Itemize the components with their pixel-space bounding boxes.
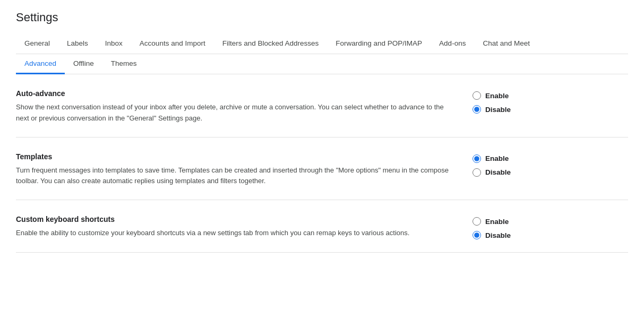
templates-title: Templates (16, 152, 451, 161)
tab-labels[interactable]: Labels (58, 34, 97, 54)
auto-advance-enable-option[interactable]: Enable (473, 91, 515, 100)
auto-advance-disable-label: Disable (485, 106, 511, 114)
templates-controls: Enable Disable (451, 152, 515, 177)
sub-tab-themes[interactable]: Themes (102, 54, 145, 74)
shortcuts-controls: Enable Disable (451, 215, 515, 239)
shortcuts-content: Custom keyboard shortcuts Enable the abi… (16, 215, 451, 239)
auto-advance-disable-radio[interactable] (473, 105, 481, 114)
auto-advance-title: Auto-advance (16, 89, 451, 98)
nav-tabs: General Labels Inbox Accounts and Import… (16, 34, 628, 54)
auto-advance-disable-option[interactable]: Disable (473, 105, 515, 114)
tab-accounts-import[interactable]: Accounts and Import (131, 34, 214, 54)
tab-forwarding[interactable]: Forwarding and POP/IMAP (327, 34, 431, 54)
sub-tabs: Advanced Offline Themes (16, 54, 628, 74)
auto-advance-desc: Show the next conversation instead of yo… (16, 102, 451, 124)
tab-inbox[interactable]: Inbox (97, 34, 131, 54)
shortcuts-desc: Enable the ability to customize your key… (16, 228, 451, 239)
shortcuts-section: Custom keyboard shortcuts Enable the abi… (16, 200, 628, 253)
auto-advance-content: Auto-advance Show the next conversation … (16, 89, 451, 124)
tab-chat-meet[interactable]: Chat and Meet (474, 34, 538, 54)
templates-enable-label: Enable (485, 154, 509, 162)
tab-filters-blocked[interactable]: Filters and Blocked Addresses (214, 34, 328, 54)
templates-disable-radio[interactable] (473, 168, 481, 177)
sub-tab-offline[interactable]: Offline (65, 54, 102, 74)
templates-disable-label: Disable (485, 168, 511, 176)
shortcuts-enable-option[interactable]: Enable (473, 217, 515, 226)
shortcuts-disable-radio[interactable] (473, 231, 481, 239)
templates-enable-option[interactable]: Enable (473, 154, 515, 163)
shortcuts-enable-radio[interactable] (473, 217, 481, 226)
auto-advance-enable-label: Enable (485, 92, 509, 100)
templates-disable-option[interactable]: Disable (473, 168, 515, 177)
tab-general[interactable]: General (16, 34, 58, 54)
templates-enable-radio[interactable] (473, 154, 481, 163)
auto-advance-section: Auto-advance Show the next conversation … (16, 74, 628, 137)
templates-content: Templates Turn frequent messages into te… (16, 152, 451, 187)
auto-advance-enable-radio[interactable] (473, 91, 481, 100)
templates-desc: Turn frequent messages into templates to… (16, 165, 451, 187)
page-title: Settings (16, 11, 628, 24)
tab-add-ons[interactable]: Add-ons (431, 34, 474, 54)
shortcuts-disable-option[interactable]: Disable (473, 231, 515, 239)
shortcuts-enable-label: Enable (485, 218, 509, 226)
auto-advance-controls: Enable Disable (451, 89, 515, 114)
templates-section: Templates Turn frequent messages into te… (16, 137, 628, 201)
sub-tab-advanced[interactable]: Advanced (16, 54, 65, 74)
shortcuts-title: Custom keyboard shortcuts (16, 215, 451, 223)
shortcuts-disable-label: Disable (485, 231, 511, 239)
settings-page: Settings General Labels Inbox Accounts a… (0, 0, 644, 253)
